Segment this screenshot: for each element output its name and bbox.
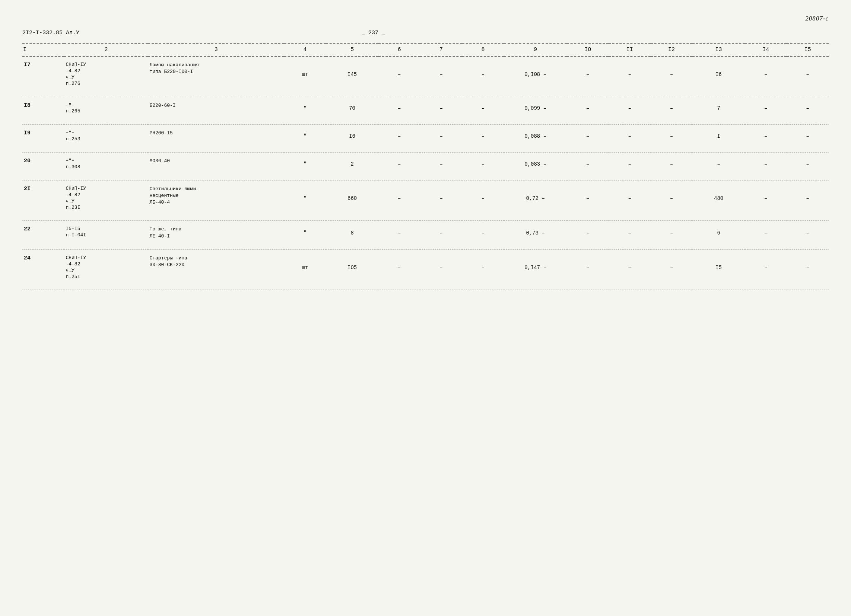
row-col10: – — [567, 97, 609, 120]
row-unit: " — [284, 97, 326, 120]
row-col7: – — [420, 125, 462, 148]
row-col8: – — [462, 153, 504, 176]
row-col10: – — [567, 56, 609, 92]
row-desc: РН200-I5 — [148, 125, 284, 148]
row-num: I9 — [23, 125, 64, 148]
col-header-15: I5 — [786, 43, 828, 56]
row-col6: – — [378, 180, 420, 216]
row-col13: 480 — [692, 180, 745, 216]
row-ref: СНиП-IУ -4-82 ч.У п.276 — [64, 56, 148, 92]
row-unit: " — [284, 180, 326, 216]
row-ref: I5-I5 п.I-04I — [64, 221, 148, 245]
row-col12: – — [651, 97, 692, 120]
row-ref: –"– п.253 — [64, 125, 148, 148]
row-num: 22 — [23, 221, 64, 245]
row-col15: – — [786, 153, 828, 176]
spacer-row — [23, 92, 828, 97]
row-col7: – — [420, 56, 462, 92]
row-col11: – — [609, 180, 650, 216]
row-col7: – — [420, 180, 462, 216]
row-col6: – — [378, 97, 420, 120]
row-col9: 0,I47 – — [504, 249, 567, 285]
table-row: 24СНиП-IУ -4-82 ч.У п.25IСтартеры типа 3… — [23, 249, 828, 285]
row-col15: – — [786, 56, 828, 92]
row-col5: 2 — [326, 153, 378, 176]
row-col8: – — [462, 180, 504, 216]
row-col6: – — [378, 56, 420, 92]
spacer-row — [23, 285, 828, 290]
row-col6: – — [378, 153, 420, 176]
row-col11: – — [609, 97, 650, 120]
table-row: I9–"– п.253РН200-I5"I6–––0,088 ––––I–– — [23, 125, 828, 148]
col-header-5: 5 — [326, 43, 378, 56]
row-col15: – — [786, 249, 828, 285]
row-col14: – — [745, 153, 786, 176]
row-ref: –"– п.265 — [64, 97, 148, 120]
table-row: 22I5-I5 п.I-04IТо же, типа ЛЕ 40-I"8–––0… — [23, 221, 828, 245]
row-col6: – — [378, 125, 420, 148]
row-col13: I5 — [692, 249, 745, 285]
row-num: I8 — [23, 97, 64, 120]
table-row: I7СНиП-IУ -4-82 ч.У п.276Лампы накаливан… — [23, 56, 828, 92]
row-col14: – — [745, 249, 786, 285]
table-row: 20–"– п.308МО36-40"2–––0,083 ––––––– — [23, 153, 828, 176]
row-col13: 7 — [692, 97, 745, 120]
spacer-row — [23, 148, 828, 153]
row-col9: 0,088 – — [504, 125, 567, 148]
doc-ref-center: _ 237 _ — [362, 30, 385, 36]
spacer-row — [23, 216, 828, 221]
row-col12: – — [651, 125, 692, 148]
row-col11: – — [609, 56, 650, 92]
row-col10: – — [567, 180, 609, 216]
col-header-2: 2 — [64, 43, 148, 56]
row-col8: – — [462, 249, 504, 285]
row-col10: – — [567, 249, 609, 285]
row-col5: 70 — [326, 97, 378, 120]
row-col5: I6 — [326, 125, 378, 148]
spacer-row — [23, 176, 828, 180]
row-col15: – — [786, 97, 828, 120]
row-ref: СНиП-IУ -4-82 ч.У п.25I — [64, 249, 148, 285]
row-col11: – — [609, 153, 650, 176]
row-desc: Светильники люми- несцентные ЛБ-40-4 — [148, 180, 284, 216]
col-header-11: II — [609, 43, 650, 56]
row-col8: – — [462, 97, 504, 120]
col-header-1: I — [23, 43, 64, 56]
row-col6: – — [378, 221, 420, 245]
row-col12: – — [651, 56, 692, 92]
row-col14: – — [745, 56, 786, 92]
col-header-13: I3 — [692, 43, 745, 56]
row-unit: " — [284, 153, 326, 176]
row-col14: – — [745, 221, 786, 245]
row-col8: – — [462, 221, 504, 245]
row-ref: –"– п.308 — [64, 153, 148, 176]
row-col10: – — [567, 221, 609, 245]
row-col8: – — [462, 125, 504, 148]
row-col10: – — [567, 125, 609, 148]
doc-ref-left: 2I2-I-332.85 Ал.У — [23, 30, 79, 36]
row-col9: 0,099 – — [504, 97, 567, 120]
row-col5: 660 — [326, 180, 378, 216]
row-col11: – — [609, 249, 650, 285]
row-col9: 0,73 – — [504, 221, 567, 245]
row-col13: I — [692, 125, 745, 148]
row-col15: – — [786, 180, 828, 216]
row-col12: – — [651, 221, 692, 245]
col-header-14: I4 — [745, 43, 786, 56]
row-col9: 0,083 – — [504, 153, 567, 176]
col-header-7: 7 — [420, 43, 462, 56]
col-header-3: 3 — [148, 43, 284, 56]
row-col6: – — [378, 249, 420, 285]
col-header-4: 4 — [284, 43, 326, 56]
row-col9: 0,I08 – — [504, 56, 567, 92]
row-col13: I6 — [692, 56, 745, 92]
row-col12: – — [651, 249, 692, 285]
row-col7: – — [420, 249, 462, 285]
row-col10: – — [567, 153, 609, 176]
row-col8: – — [462, 56, 504, 92]
row-col12: – — [651, 153, 692, 176]
table-header: I 2 3 4 5 6 7 8 9 IO II I2 I3 I4 I5 — [23, 43, 828, 56]
row-desc: МО36-40 — [148, 153, 284, 176]
row-num: 24 — [23, 249, 64, 285]
row-unit: шт — [284, 56, 326, 92]
